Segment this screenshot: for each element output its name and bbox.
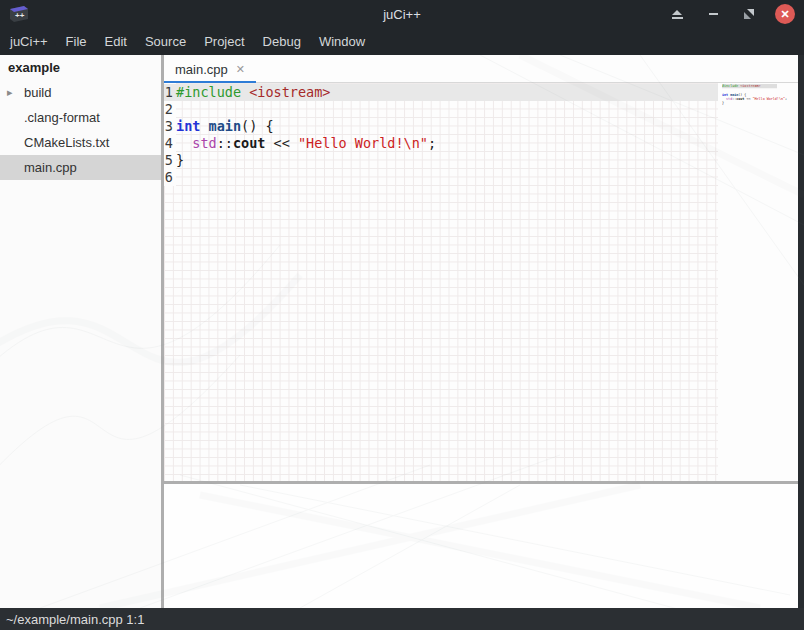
status-file-position: ~/example/main.cpp 1:1 bbox=[0, 612, 144, 627]
minimap-code: #include <iostream>int main() { std::cou… bbox=[722, 83, 791, 110]
tab-close-icon[interactable]: ✕ bbox=[236, 63, 245, 76]
code-token: std bbox=[192, 135, 216, 151]
minimize-button[interactable] bbox=[702, 3, 724, 25]
menu-project[interactable]: Project bbox=[195, 28, 253, 55]
code-token: } bbox=[176, 152, 184, 168]
line-number: 3 bbox=[164, 118, 173, 135]
tree-item-label: build bbox=[24, 85, 51, 100]
code-token: << bbox=[744, 97, 752, 101]
menu-juci[interactable]: juCi++ bbox=[1, 28, 57, 55]
code-token: main bbox=[209, 118, 242, 134]
statusbar: ~/example/main.cpp 1:1 bbox=[0, 608, 804, 630]
code-token: :: bbox=[217, 135, 233, 151]
menubar: juCi++ File Edit Source Project Debug Wi… bbox=[0, 28, 804, 55]
editor-column: main.cpp ✕ 1#include <iostream>23int mai… bbox=[164, 55, 798, 608]
line-number: 4 bbox=[164, 135, 173, 152]
menu-file[interactable]: File bbox=[57, 28, 96, 55]
code-token: cout bbox=[233, 135, 266, 151]
code-token: "Hello World!\n" bbox=[752, 97, 785, 101]
restore-button[interactable] bbox=[738, 3, 760, 25]
menu-source[interactable]: Source bbox=[136, 28, 195, 55]
tree-item-cmakelists[interactable]: CMakeLists.txt bbox=[0, 130, 161, 155]
code-token: ; bbox=[428, 135, 436, 151]
code-line: 3int main() { bbox=[164, 118, 436, 135]
close-button[interactable]: ✕ bbox=[774, 3, 796, 25]
minimap[interactable]: #include <iostream>int main() { std::cou… bbox=[722, 83, 791, 481]
expander-icon[interactable]: ▸ bbox=[7, 80, 13, 105]
file-tree-sidebar: example ▸ build .clang-format CMakeLists… bbox=[0, 55, 161, 608]
code-line: 1#include <iostream> bbox=[164, 84, 436, 101]
code-token: } bbox=[722, 101, 724, 105]
menu-window[interactable]: Window bbox=[310, 28, 374, 55]
close-icon: ✕ bbox=[775, 4, 795, 24]
code-token: () { bbox=[241, 118, 274, 134]
code-line: 6 bbox=[164, 169, 436, 186]
tab-bar: main.cpp ✕ bbox=[164, 55, 798, 83]
content-area: example ▸ build .clang-format CMakeLists… bbox=[0, 55, 804, 608]
code-text: 1#include <iostream>23int main() {4 std:… bbox=[164, 84, 436, 186]
restore-icon bbox=[744, 9, 754, 19]
shade-button[interactable] bbox=[666, 3, 688, 25]
code-token: "Hello World!\n" bbox=[298, 135, 428, 151]
source-editor[interactable]: 1#include <iostream>23int main() {4 std:… bbox=[164, 83, 798, 481]
code-line: 5} bbox=[164, 152, 436, 169]
tab-main-cpp[interactable]: main.cpp ✕ bbox=[164, 55, 256, 83]
tab-label: main.cpp bbox=[175, 62, 228, 77]
juci-window: ++ juCi++ ✕ ju bbox=[0, 0, 804, 630]
line-number: 6 bbox=[164, 169, 173, 186]
code-token bbox=[200, 118, 208, 134]
tree-root-example[interactable]: example bbox=[0, 55, 161, 80]
terminal-pane[interactable] bbox=[164, 484, 798, 608]
code-token bbox=[241, 84, 249, 100]
shade-icon bbox=[672, 10, 682, 15]
menu-edit[interactable]: Edit bbox=[96, 28, 136, 55]
window-controls: ✕ bbox=[666, 0, 796, 28]
line-number: 1 bbox=[164, 84, 173, 101]
code-line: std::cout << "Hello World!\n"; bbox=[722, 97, 791, 101]
minimize-icon bbox=[709, 13, 718, 15]
code-line: 2 bbox=[164, 101, 436, 118]
code-token bbox=[176, 135, 192, 151]
code-token: ; bbox=[785, 97, 787, 101]
code-token: << bbox=[265, 135, 298, 151]
sidebar-resize-handle[interactable] bbox=[161, 55, 164, 608]
tree-item-clang-format[interactable]: .clang-format bbox=[0, 105, 161, 130]
titlebar[interactable]: ++ juCi++ ✕ bbox=[0, 0, 804, 28]
tree-item-label: main.cpp bbox=[24, 160, 77, 175]
code-token: cout bbox=[736, 97, 744, 101]
tree-item-label: .clang-format bbox=[24, 110, 100, 125]
line-number: 5 bbox=[164, 152, 173, 169]
code-token: int bbox=[176, 118, 200, 134]
tree-item-label: CMakeLists.txt bbox=[24, 135, 109, 150]
code-token: <iostream> bbox=[740, 84, 760, 88]
menu-debug[interactable]: Debug bbox=[254, 28, 310, 55]
tree-item-build[interactable]: ▸ build bbox=[0, 80, 161, 105]
code-token: #include bbox=[176, 84, 241, 100]
code-token: <iostream> bbox=[249, 84, 330, 100]
line-number: 2 bbox=[164, 101, 173, 118]
code-line: 4 std::cout << "Hello World!\n"; bbox=[164, 135, 436, 152]
tree-item-main-cpp[interactable]: main.cpp bbox=[0, 155, 161, 180]
code-token: #include bbox=[722, 84, 738, 88]
window-right-border bbox=[798, 55, 804, 608]
code-line bbox=[722, 105, 791, 109]
